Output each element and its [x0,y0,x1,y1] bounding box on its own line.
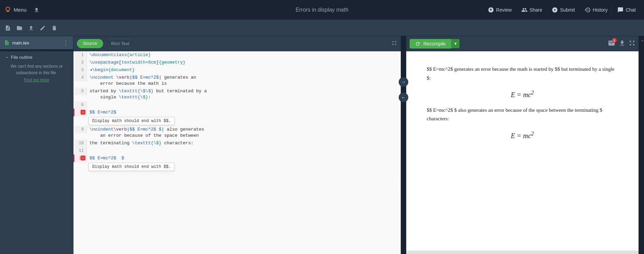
recompile-button[interactable]: Recompile [410,39,451,49]
download-button[interactable] [619,40,626,48]
refresh-icon [415,41,421,46]
tex-file-icon [4,40,10,45]
preview-toolbar-right: 2 [608,39,635,48]
edit-icon[interactable] [38,24,47,32]
file-outline-toggle[interactable]: File outline [5,55,68,60]
recompile-dropdown[interactable]: ▾ [451,39,460,48]
file-outline-title-text: File outline [11,55,32,60]
tooltip-line-7: Display math should end with $$. [73,116,401,126]
menu-label: Menu [14,7,27,13]
preview-content: $$ E=mc^2$ generates an error because th… [406,51,639,251]
history-label: History [593,7,608,13]
chat-label: Chat [626,7,636,13]
share-button[interactable]: Share [517,5,546,15]
panel-expand-right[interactable]: → [399,77,408,87]
upload-file-icon[interactable] [27,24,36,32]
history-button[interactable]: History [580,5,612,15]
chat-button[interactable]: Chat [613,5,640,15]
toolbar [0,20,644,36]
recompile-group: Recompile ▾ [410,39,460,49]
math-formula-2: E = mc2 [427,129,618,142]
upload-icon[interactable] [32,5,41,14]
right-collapse-button[interactable] [639,36,644,254]
file-name: main.tex [4,40,29,45]
menu-button[interactable]: Menu [4,6,27,14]
code-line-6: 6 [73,101,401,109]
find-out-more-link[interactable]: Find out more [5,78,68,82]
code-line-1: 1 \documentclass{article} [73,51,401,59]
sidebar-file-item[interactable]: main.tex ⋮ [0,36,73,49]
code-line-9: 9 \noindent\verb|$$ E=mc^2$ $| also gene… [73,126,401,139]
expand-icon[interactable] [391,40,397,48]
share-label: Share [530,7,542,13]
document-title: Errors in display math [296,7,348,13]
review-button[interactable]: Review [484,5,516,15]
preview-scrollbar[interactable] [406,251,639,254]
outline-empty-text: We can't find any sections or subsection… [5,63,68,76]
code-line-5: 5 started by \texttt{\$\$} but terminate… [73,88,401,101]
notification-badge[interactable]: 2 [608,39,615,48]
panel-expand-left[interactable]: ← [399,93,408,102]
source-rich-tabs: Source Rich Text [77,39,136,48]
main-container: main.tex ⋮ · · · · · File outline We can… [0,36,644,254]
submit-button[interactable]: Submit [548,5,579,15]
error-marker-7: ✕ [81,110,85,115]
preview-toolbar: Recompile ▾ 2 [406,36,639,51]
navbar: Menu Errors in display math Review Share… [0,0,644,20]
code-editor[interactable]: 1 \documentclass{article} 2 \usepackage[… [73,51,401,254]
code-line-12: ✕ 12 $$ E=mc^2$ $ [73,155,401,162]
tooltip-line-12: Display math should end with $$. [73,162,401,172]
navbar-left: Menu [4,5,41,14]
preview-para-1: $$ E=mc^2$ generates an error because th… [427,65,618,82]
editor-toolbar-right [391,40,397,48]
code-line-10: 10 the terminating \texttt{\$} character… [73,139,401,147]
delete-icon[interactable] [50,24,59,32]
recompile-label: Recompile [423,41,446,46]
code-line-4: 4 \noindent \verb|$$ E=mc^2$| generates … [73,74,401,88]
overleaf-icon [4,6,12,14]
sidebar: main.tex ⋮ · · · · · File outline We can… [0,36,73,254]
source-tab[interactable]: Source [77,39,103,48]
editor-toolbar: Source Rich Text [73,36,401,51]
preview-para-2: $$ E=mc^2$ $ also generates an error bec… [427,106,618,123]
code-line-7: ✕ 7 $$ E=mc^2$ [73,109,401,116]
code-line-3: 3 ◂\begin{document} [73,66,401,74]
file-outline-section: File outline We can't find any sections … [0,51,73,86]
error-marker-12: ✕ [81,156,85,160]
rich-text-tab[interactable]: Rich Text [105,39,136,48]
math-formula-1: E = mc2 [427,88,618,101]
preview-minimize-button[interactable] [629,40,635,48]
new-file-icon[interactable] [3,24,12,32]
navbar-right: Review Share Submit History Chat [484,5,640,15]
code-line-11: 11 [73,147,401,155]
code-line-2: 2 \usepackage[textwidth=8cm]{geometry} [73,59,401,66]
file-more-options[interactable]: ⋮ [63,39,69,46]
open-folder-icon[interactable] [15,24,24,32]
review-label: Review [496,7,512,13]
panel-divider[interactable]: → ← · · · [401,36,406,254]
notification-count: 2 [612,38,617,43]
submit-label: Submit [560,7,575,13]
panel-divider-dots: · · · [401,180,406,186]
preview-panel: Recompile ▾ 2 $$ E=mc^2$ generates [406,36,639,254]
editor-panel: Source Rich Text 1 \documentclass{articl… [73,36,401,254]
chevron-down-icon [5,55,9,59]
